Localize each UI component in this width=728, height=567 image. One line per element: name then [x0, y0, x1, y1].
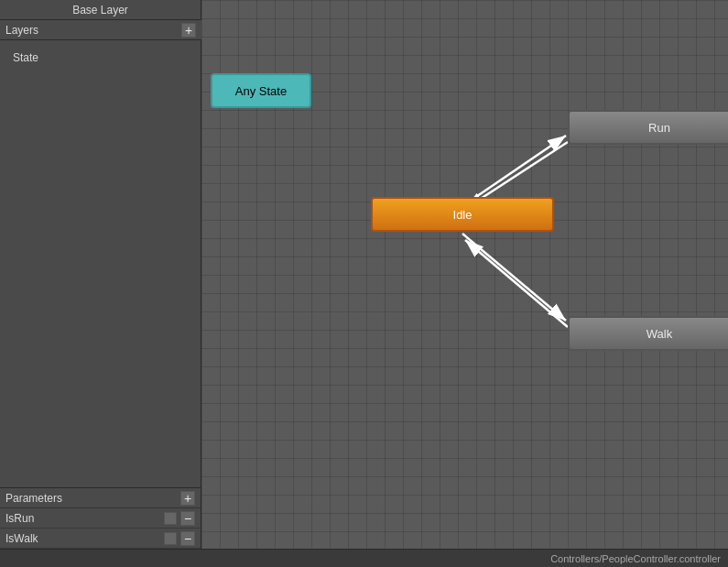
- param-checkbox-isrun[interactable]: [164, 512, 177, 525]
- state-run[interactable]: Run: [568, 110, 728, 145]
- layers-label: Layers: [5, 24, 38, 37]
- state-any-label: Any State: [235, 84, 287, 98]
- svg-line-4: [462, 234, 566, 321]
- param-minus-iswalk[interactable]: −: [180, 531, 195, 546]
- state-walk[interactable]: Walk: [568, 316, 728, 351]
- layers-add-button[interactable]: +: [181, 23, 196, 38]
- state-run-label: Run: [648, 121, 670, 135]
- state-idle-label: Idle: [453, 208, 473, 222]
- state-item-label: State: [13, 51, 38, 64]
- param-minus-isrun[interactable]: −: [180, 511, 195, 526]
- param-name-iswalk: IsWalk: [5, 532, 164, 545]
- state-idle[interactable]: Idle: [371, 197, 554, 232]
- left-panel: Base Layer Layers + State: [0, 0, 201, 567]
- state-walk-label: Walk: [647, 327, 672, 341]
- param-name-isrun: IsRun: [5, 512, 164, 525]
- state-list-item[interactable]: State: [7, 48, 193, 68]
- status-bar: Controllers/PeopleController.controller: [0, 549, 728, 567]
- base-layer-label: Base Layer: [72, 4, 128, 16]
- params-header: Parameters +: [0, 488, 201, 508]
- param-checkbox-iswalk[interactable]: [164, 532, 177, 545]
- svg-line-2: [462, 136, 566, 206]
- param-row-isrun: IsRun −: [0, 508, 201, 529]
- svg-line-5: [465, 240, 568, 327]
- state-any[interactable]: Any State: [211, 73, 311, 108]
- params-add-button[interactable]: +: [180, 491, 195, 506]
- base-layer-header: Base Layer: [0, 0, 201, 20]
- canvas-area: Any State Idle Run Walk: [201, 0, 728, 567]
- left-panel-state-area: State: [0, 40, 201, 75]
- layers-row: Layers +: [0, 20, 201, 40]
- params-panel: Parameters + IsRun − IsWalk −: [0, 487, 201, 549]
- status-path: Controllers/PeopleController.controller: [550, 553, 721, 564]
- param-row-iswalk: IsWalk −: [0, 529, 201, 549]
- params-label: Parameters: [5, 492, 62, 505]
